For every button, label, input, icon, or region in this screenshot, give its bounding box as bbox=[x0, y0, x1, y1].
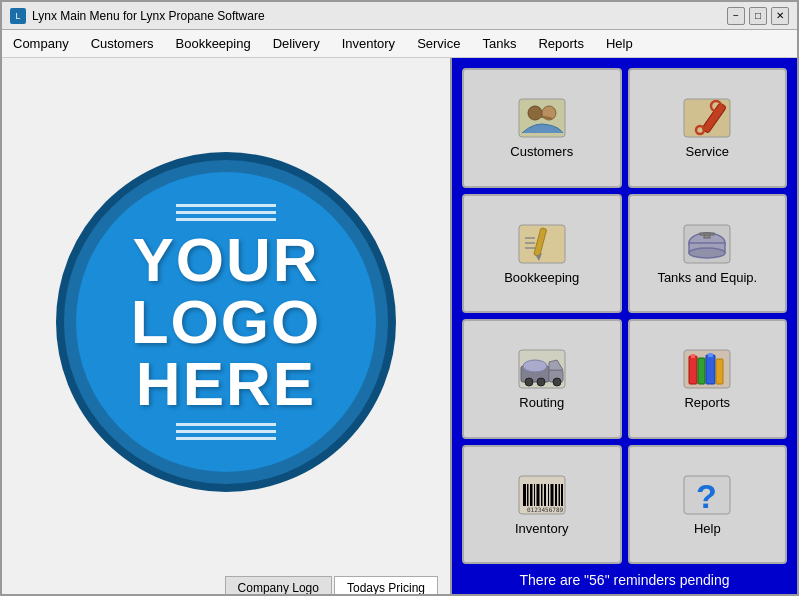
customers-label: Customers bbox=[510, 144, 573, 159]
tab-todays-pricing[interactable]: Todays Pricing bbox=[334, 576, 438, 596]
logo-line-your: YOUR bbox=[131, 229, 322, 291]
logo-line-5 bbox=[176, 430, 276, 433]
svg-rect-43 bbox=[550, 484, 553, 506]
help-label: Help bbox=[694, 521, 721, 536]
customers-button[interactable]: Customers bbox=[462, 68, 622, 188]
svg-rect-39 bbox=[536, 484, 539, 506]
menu-bookkeeping[interactable]: Bookkeeping bbox=[165, 32, 262, 55]
reminder-text: There are "56" reminders pending bbox=[462, 564, 787, 590]
svg-point-24 bbox=[537, 378, 545, 386]
logo-area: YOUR LOGO HERE bbox=[12, 68, 440, 576]
service-label: Service bbox=[686, 144, 729, 159]
logo-line-3 bbox=[176, 218, 276, 221]
title-bar-controls[interactable]: − □ ✕ bbox=[727, 7, 789, 25]
logo-line-4 bbox=[176, 423, 276, 426]
routing-button[interactable]: Routing bbox=[462, 319, 622, 439]
logo-line-here: HERE bbox=[131, 353, 322, 415]
service-button[interactable]: Service bbox=[628, 68, 788, 188]
menu-reports[interactable]: Reports bbox=[527, 32, 595, 55]
service-icon bbox=[679, 96, 735, 140]
menu-customers[interactable]: Customers bbox=[80, 32, 165, 55]
inventory-label: Inventory bbox=[515, 521, 568, 536]
svg-rect-29 bbox=[698, 358, 705, 384]
menu-inventory[interactable]: Inventory bbox=[331, 32, 406, 55]
reports-icon bbox=[679, 347, 735, 391]
right-panel: Customers Service bbox=[452, 58, 797, 596]
svg-rect-44 bbox=[555, 484, 557, 506]
svg-rect-28 bbox=[689, 356, 697, 384]
tanks-label: Tanks and Equip. bbox=[657, 270, 757, 285]
help-icon: ? bbox=[679, 473, 735, 517]
bookkeeping-icon bbox=[514, 222, 570, 266]
logo-line-6 bbox=[176, 437, 276, 440]
tab-company-logo[interactable]: Company Logo bbox=[225, 576, 332, 596]
routing-icon bbox=[514, 347, 570, 391]
reports-label: Reports bbox=[684, 395, 730, 410]
window-title: Lynx Main Menu for Lynx Propane Software bbox=[32, 9, 265, 23]
svg-rect-33 bbox=[708, 353, 713, 357]
svg-point-16 bbox=[689, 248, 725, 258]
svg-rect-32 bbox=[691, 354, 695, 358]
svg-rect-42 bbox=[548, 484, 549, 506]
grid-buttons: Customers Service bbox=[462, 68, 787, 564]
title-bar: L Lynx Main Menu for Lynx Propane Softwa… bbox=[2, 2, 797, 30]
reports-button[interactable]: Reports bbox=[628, 319, 788, 439]
menu-company[interactable]: Company bbox=[2, 32, 80, 55]
tanks-icon bbox=[679, 222, 735, 266]
logo-lines-bottom bbox=[176, 423, 276, 440]
logo-text: YOUR LOGO HERE bbox=[131, 229, 322, 415]
svg-rect-40 bbox=[541, 484, 543, 506]
svg-text:?: ? bbox=[696, 477, 717, 515]
inventory-icon: 0123456789 bbox=[514, 473, 570, 517]
minimize-button[interactable]: − bbox=[727, 7, 745, 25]
svg-rect-45 bbox=[558, 484, 560, 506]
left-panel: YOUR LOGO HERE Company Logo Todays Prici… bbox=[2, 58, 452, 596]
logo-outer-circle: YOUR LOGO HERE bbox=[56, 152, 396, 492]
menu-delivery[interactable]: Delivery bbox=[262, 32, 331, 55]
logo-inner-circle: YOUR LOGO HERE bbox=[76, 172, 376, 472]
svg-rect-38 bbox=[534, 484, 535, 506]
close-button[interactable]: ✕ bbox=[771, 7, 789, 25]
svg-rect-36 bbox=[527, 484, 529, 506]
svg-point-23 bbox=[525, 378, 533, 386]
svg-point-26 bbox=[523, 360, 547, 372]
inventory-button[interactable]: 0123456789 Inventory bbox=[462, 445, 622, 565]
svg-rect-18 bbox=[700, 233, 714, 235]
svg-text:0123456789: 0123456789 bbox=[527, 506, 564, 513]
app-icon: L bbox=[10, 8, 26, 24]
menu-help[interactable]: Help bbox=[595, 32, 644, 55]
logo-line-logo: LOGO bbox=[131, 291, 322, 353]
help-button[interactable]: ? Help bbox=[628, 445, 788, 565]
svg-rect-37 bbox=[530, 484, 533, 506]
svg-rect-41 bbox=[544, 484, 546, 506]
customers-icon bbox=[514, 96, 570, 140]
bookkeeping-button[interactable]: Bookkeeping bbox=[462, 194, 622, 314]
bookkeeping-label: Bookkeeping bbox=[504, 270, 579, 285]
menu-tanks[interactable]: Tanks bbox=[471, 32, 527, 55]
svg-rect-35 bbox=[523, 484, 526, 506]
logo-line-2 bbox=[176, 211, 276, 214]
logo-lines-top bbox=[176, 204, 276, 221]
maximize-button[interactable]: □ bbox=[749, 7, 767, 25]
tanks-button[interactable]: Tanks and Equip. bbox=[628, 194, 788, 314]
bottom-tabs: Company Logo Todays Pricing bbox=[225, 576, 440, 596]
logo-line-1 bbox=[176, 204, 276, 207]
svg-rect-30 bbox=[706, 355, 715, 384]
menu-bar: Company Customers Bookkeeping Delivery I… bbox=[2, 30, 797, 58]
menu-service[interactable]: Service bbox=[406, 32, 471, 55]
svg-rect-46 bbox=[561, 484, 563, 506]
routing-label: Routing bbox=[519, 395, 564, 410]
svg-rect-31 bbox=[716, 359, 723, 384]
main-content: YOUR LOGO HERE Company Logo Todays Prici… bbox=[2, 58, 797, 596]
title-bar-left: L Lynx Main Menu for Lynx Propane Softwa… bbox=[10, 8, 265, 24]
svg-point-25 bbox=[553, 378, 561, 386]
